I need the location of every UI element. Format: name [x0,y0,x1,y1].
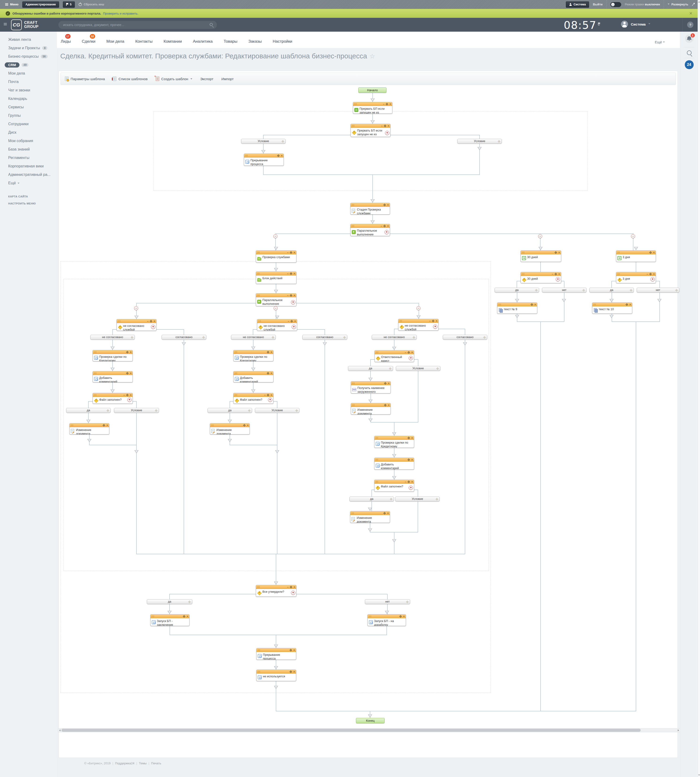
close-icon[interactable]: × [387,225,389,228]
minimize-icon[interactable]: – [287,586,289,588]
bitrix24-button[interactable]: 24 [685,60,694,69]
workflow-node[interactable]: –×Параллельное выполнение+ [256,293,297,306]
collapse-branch-button[interactable]: – [274,306,278,310]
branch-pill[interactable]: согласовано [443,335,487,340]
tab-аналитика[interactable]: Аналитика [193,39,213,44]
workflow-node[interactable]: ×Добавить комментарий [93,371,133,383]
gear-icon[interactable] [408,481,410,483]
toolbar-button[interactable]: Экспорт [200,77,213,81]
sidebar-item[interactable]: Живая лента [0,35,57,44]
close-icon[interactable]: × [558,273,560,276]
tab-мои-дела[interactable]: Мои дела [107,39,124,44]
workflow-node[interactable]: –×Файл заполнен?+ [374,480,414,492]
close-icon[interactable]: × [436,319,437,323]
close-icon[interactable]: × [271,351,272,354]
notifications-button[interactable]: 1 [685,35,693,43]
sidebar-item[interactable]: Мои дела [0,69,57,78]
workflow-node[interactable]: ×Проверка сделки по Кредитному комитету … [93,350,133,361]
minimize-icon[interactable]: – [647,273,648,275]
gear-icon[interactable] [390,498,392,500]
tab-настройки[interactable]: Настройки [273,39,292,44]
add-branch-button[interactable]: + [292,325,296,329]
gear-icon[interactable] [282,140,284,143]
sidebar-item[interactable]: Административный ра... [0,170,57,179]
gear-icon[interactable] [290,671,292,673]
gear-icon[interactable] [188,601,191,603]
sidebar-footer-link[interactable]: НАСТРОИТЬ МЕНЮ [0,200,57,207]
branch-pill[interactable]: да [349,497,394,501]
collapse-branch-button[interactable]: – [134,306,138,310]
workflow-node[interactable]: ×3 дня [616,250,656,262]
gear-icon[interactable] [383,512,386,515]
minimize-icon[interactable]: – [287,251,289,254]
gear-icon[interactable] [272,336,274,339]
add-branch-button[interactable]: + [291,591,295,595]
scroll-thumb[interactable] [62,729,641,732]
add-branch-button[interactable]: + [291,300,295,304]
close-icon[interactable]: × [294,319,296,323]
pin-icon[interactable] [692,3,695,6]
workflow-node[interactable]: –×Ответственный юрист не заполнен+ [375,350,414,362]
close-icon[interactable]: × [271,393,272,397]
close-icon[interactable]: × [247,424,248,427]
gear-icon[interactable] [626,303,628,306]
user-menu[interactable]: Система [621,21,651,28]
workflow-node[interactable]: –×Проверка службами [256,250,297,263]
add-branch-button[interactable]: + [650,277,655,281]
close-icon[interactable]: × [411,480,413,483]
add-branch-button[interactable]: + [151,325,155,329]
close-icon[interactable]: × [535,303,536,306]
search-icon[interactable] [687,50,692,55]
branch-pill[interactable]: согласовано [162,335,207,340]
toolbar-button[interactable]: Создать шаблон [156,77,192,81]
close-icon[interactable]: × [411,436,413,439]
gear-icon[interactable] [290,320,293,323]
branch-pill[interactable]: Условие [396,366,440,371]
gear-icon[interactable] [432,320,435,323]
workflow-node[interactable]: –×30 дней+ [521,272,561,283]
workflow-node[interactable]: –×Прервать БП если запущен не из нужного… [351,124,390,137]
minimize-icon[interactable]: – [405,481,407,483]
workflow-node[interactable]: ×Изменение документа [210,423,250,434]
close-icon[interactable]: × [130,393,132,397]
search-icon[interactable] [210,23,213,26]
close-icon[interactable]: × [390,102,391,106]
scroll-down-arrow[interactable] [698,774,700,776]
close-icon[interactable]: × [653,251,655,254]
gear-icon[interactable] [406,601,408,603]
branch-pill[interactable]: Условие [114,408,159,413]
gear-icon[interactable] [202,336,205,339]
close-icon[interactable]: × [293,649,295,652]
menu-button[interactable]: Меню [5,3,18,6]
sidebar-item[interactable]: Бизнес-процессы56 [0,52,57,61]
workflow-node[interactable]: ×Стадия Проверка службами [350,203,390,215]
gear-icon[interactable] [290,294,292,297]
workflow-node[interactable]: –×не согласовано службой+ [398,319,438,331]
gear-icon[interactable] [267,394,270,396]
close-icon[interactable]: × [411,458,413,461]
gear-icon[interactable] [675,289,678,291]
company-logo[interactable]: CG [11,20,22,30]
gear-icon[interactable] [498,140,500,143]
gear-icon[interactable] [630,289,632,291]
alert-fix-link[interactable]: Проверить и исправить. [103,12,138,15]
branch-pill[interactable]: да [208,408,252,413]
tab-лиды[interactable]: Лиды17 [61,39,71,44]
tab-заказы[interactable]: Заказы [248,39,262,44]
branch-pill[interactable]: Условие [255,408,300,413]
minimize-icon[interactable]: – [405,351,407,354]
gear-icon[interactable] [555,251,557,254]
sidebar-item[interactable]: Сервисы [0,103,57,111]
gear-icon[interactable] [384,404,387,406]
gear-icon[interactable] [555,273,557,276]
gear-icon[interactable] [389,367,392,370]
gear-icon[interactable] [408,437,410,439]
close-icon[interactable]: × [130,372,132,375]
expand-button[interactable]: Развернуть [668,3,688,6]
workflow-node[interactable]: –×Все утвердили?+ [256,585,297,597]
gear-icon[interactable] [384,382,387,385]
collapse-branch-button[interactable]: – [417,306,420,310]
gear-icon[interactable] [150,320,152,323]
gear-icon[interactable] [103,424,105,427]
sidebar-item[interactable]: Сотрудники [0,120,57,128]
